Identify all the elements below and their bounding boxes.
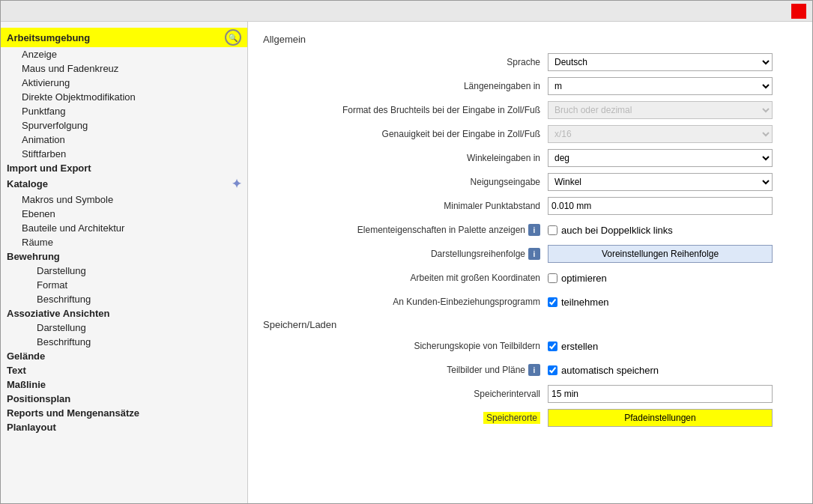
sidebar-item-darstellung1[interactable]: Darstellung: [1, 264, 247, 278]
form-control-teilbilder-plaene: automatisch speichern: [548, 365, 773, 376]
sidebar-label-spurverfolgung: Spurverfolgung: [22, 120, 88, 131]
sidebar-label-kataloge: Kataloge: [7, 178, 48, 189]
sidebar-item-raeume[interactable]: Räume: [1, 235, 247, 249]
sidebar-item-bauteile[interactable]: Bauteile und Architektur: [1, 221, 247, 235]
section-speichern: Speichern/Laden: [263, 319, 797, 330]
form-label-format-bruchteils: Format des Bruchteils bei der Eingabe in…: [263, 105, 548, 115]
form-control-min-punktabstand: [548, 197, 773, 215]
sidebar-item-beschriftung1[interactable]: Beschriftung: [1, 292, 247, 306]
sidebar-label-punktfang: Punktfang: [22, 106, 66, 117]
checkbox-teilbilder-plaene[interactable]: [548, 365, 557, 375]
select-genauigkeit[interactable]: x/16: [548, 125, 773, 143]
sidebar-item-bewehrung[interactable]: Bewehrung: [1, 249, 247, 264]
form-label-sicherungskopie: Sicherungskopie von Teilbildern: [263, 341, 548, 351]
sidebar-label-beschriftung2: Beschriftung: [37, 336, 91, 347]
sidebar-label-masslinie: Maßlinie: [7, 379, 46, 390]
sidebar-item-animation[interactable]: Animation: [1, 133, 247, 147]
sidebar-label-maus: Maus und Fadenkreuz: [22, 63, 118, 74]
star-icon[interactable]: ✦: [232, 177, 241, 191]
sidebar-label-assoziative: Assoziative Ansichten: [7, 308, 110, 319]
close-button[interactable]: [791, 4, 806, 19]
form-label-speicherorte: Speicherorte: [263, 413, 548, 423]
sidebar-label-format: Format: [37, 279, 67, 291]
sidebar-item-masslinie[interactable]: Maßlinie: [1, 377, 247, 392]
input-speicherintervall[interactable]: [548, 385, 773, 403]
checkbox-kunden-einbeziehung[interactable]: [548, 297, 557, 307]
sidebar-item-spurverfolgung[interactable]: Spurverfolgung: [1, 118, 247, 133]
form-row-genauigkeit: Genauigkeit bei der Eingabe in Zoll/Fußx…: [263, 124, 797, 144]
sidebar-item-makros[interactable]: Makros und Symbole: [1, 192, 247, 207]
sidebar-label-darstellung2: Darstellung: [37, 322, 86, 333]
form-label-speicherintervall: Speicherintervall: [263, 389, 548, 399]
sidebar-item-ebenen[interactable]: Ebenen: [1, 207, 247, 221]
form-control-kunden-einbeziehung: teilnehmen: [548, 297, 773, 308]
sidebar-item-direkte[interactable]: Direkte Objektmodifikation: [1, 90, 247, 104]
input-min-punktabstand[interactable]: [548, 197, 773, 215]
sidebar-item-aktivierung[interactable]: Aktivierung: [1, 76, 247, 90]
select-neigungseingabe[interactable]: WinkelProzentVerhältnis: [548, 173, 773, 191]
sidebar-label-darstellung1: Darstellung: [37, 265, 86, 276]
sidebar-item-stiftfarben[interactable]: Stiftfarben: [1, 147, 247, 161]
form-row-sprache: SpracheDeutschEnglishFrançais: [263, 52, 797, 72]
checkbox-elementeigenschaften[interactable]: [548, 225, 557, 235]
sidebar-label-arbeitsumgebung: Arbeitsumgebung: [7, 32, 90, 43]
sidebar-label-beschriftung1: Beschriftung: [37, 294, 91, 305]
sidebar-label-gelaende: Gelände: [7, 350, 45, 362]
sidebar-item-gelaende[interactable]: Gelände: [1, 349, 247, 363]
sidebar-item-text[interactable]: Text: [1, 363, 247, 377]
form-row-sicherungskopie: Sicherungskopie von Teilbildernerstellen: [263, 336, 797, 356]
sidebar-item-darstellung2[interactable]: Darstellung: [1, 321, 247, 335]
form-control-genauigkeit: x/16: [548, 125, 773, 143]
checkbox-sicherungskopie[interactable]: [548, 341, 557, 351]
form-row-laengeneingaben: Längeneingaben inmcmmmftin: [263, 76, 797, 96]
sidebar-label-import-export: Import und Export: [7, 163, 91, 174]
select-sprache[interactable]: DeutschEnglishFrançais: [548, 53, 773, 71]
checkbox-grosse-koordinaten[interactable]: [548, 273, 557, 283]
sidebar-item-punktfang[interactable]: Punktfang: [1, 104, 247, 118]
sidebar: Arbeitsumgebung🔍AnzeigeMaus und Fadenkre…: [1, 22, 248, 503]
form-row-teilbilder-plaene: Teilbilder und Pläneiautomatisch speiche…: [263, 360, 797, 380]
sidebar-label-raeume: Räume: [22, 237, 53, 248]
checkbox-label-teilbilder-plaene: automatisch speichern: [561, 365, 659, 376]
form-control-sprache: DeutschEnglishFrançais: [548, 53, 773, 71]
form-label-grosse-koordinaten: Arbeiten mit großen Koordinaten: [263, 273, 548, 283]
info-icon[interactable]: i: [528, 248, 540, 260]
sidebar-label-makros: Makros und Symbole: [22, 194, 113, 205]
button-darstellungsreihenfolge[interactable]: Voreinstellungen Reihenfolge: [548, 245, 773, 263]
content-area: Arbeitsumgebung🔍AnzeigeMaus und Fadenkre…: [1, 22, 812, 503]
sidebar-item-anzeige[interactable]: Anzeige: [1, 47, 247, 61]
checkbox-label-kunden-einbeziehung: teilnehmen: [561, 297, 609, 308]
form-row-speicherorte: SpeicherortePfadeinstellungen: [263, 408, 797, 428]
select-format-bruchteils[interactable]: Bruch oder dezimal: [548, 101, 773, 119]
form-label-laengeneingaben: Längeneingaben in: [263, 81, 548, 91]
sidebar-item-positionsplan[interactable]: Positionsplan: [1, 392, 247, 406]
form-control-elementeigenschaften: auch bei Doppelklick links: [548, 225, 773, 236]
form-control-format-bruchteils: Bruch oder dezimal: [548, 101, 773, 119]
sidebar-item-assoziative[interactable]: Assoziative Ansichten: [1, 306, 247, 321]
select-winkeleingaben[interactable]: degradgrad: [548, 149, 773, 167]
sidebar-item-format[interactable]: Format: [1, 278, 247, 292]
info-icon[interactable]: i: [528, 364, 540, 376]
sidebar-item-reports[interactable]: Reports und Mengenansätze: [1, 406, 247, 420]
button-speicherorte[interactable]: Pfadeinstellungen: [548, 409, 773, 427]
form-label-genauigkeit: Genauigkeit bei der Eingabe in Zoll/Fuß: [263, 129, 548, 139]
form-label-neigungseingabe: Neigungseingabe: [263, 177, 548, 187]
form-row-neigungseingabe: NeigungseingabeWinkelProzentVerhältnis: [263, 172, 797, 192]
sidebar-label-bewehrung: Bewehrung: [7, 251, 60, 262]
search-icon[interactable]: 🔍: [225, 29, 241, 46]
sidebar-item-planlayout[interactable]: Planlayout: [1, 420, 247, 434]
sidebar-item-maus[interactable]: Maus und Fadenkreuz: [1, 61, 247, 76]
checkbox-label-grosse-koordinaten: optimieren: [561, 273, 607, 284]
sidebar-item-kataloge[interactable]: Kataloge✦: [1, 175, 247, 192]
info-icon[interactable]: i: [528, 224, 540, 236]
sidebar-label-text: Text: [7, 365, 26, 376]
sidebar-item-arbeitsumgebung[interactable]: Arbeitsumgebung🔍: [1, 28, 247, 47]
form-label-winkeleingaben: Winkeleingaben in: [263, 153, 548, 163]
form-label-darstellungsreihenfolge: Darstellungsreihenfolgei: [263, 248, 548, 260]
select-laengeneingaben[interactable]: mcmmmftin: [548, 77, 773, 95]
form-row-format-bruchteils: Format des Bruchteils bei der Eingabe in…: [263, 100, 797, 120]
sidebar-label-anzeige: Anzeige: [22, 49, 57, 60]
sidebar-item-beschriftung2[interactable]: Beschriftung: [1, 335, 247, 349]
sidebar-item-import-export[interactable]: Import und Export: [1, 161, 247, 175]
sidebar-label-aktivierung: Aktivierung: [22, 77, 70, 88]
